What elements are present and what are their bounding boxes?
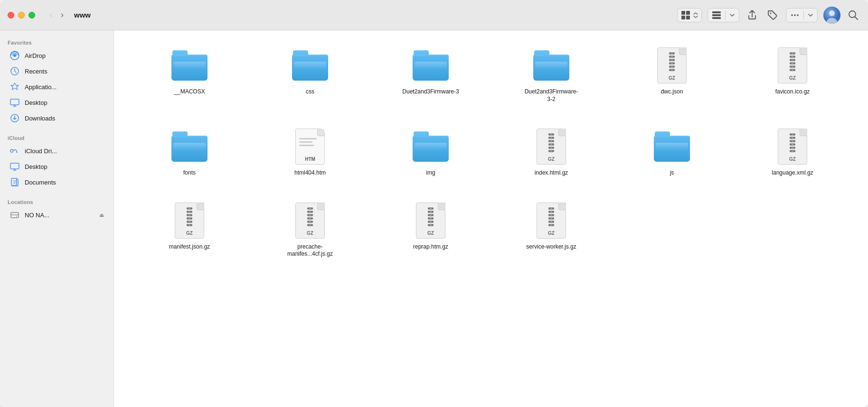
nav-buttons: ‹ › — [47, 8, 66, 22]
window-title: www — [74, 11, 677, 19]
icloud-desktop-icon — [9, 161, 20, 172]
manifest-gz-label: manifest.json.gz — [169, 243, 210, 251]
precache-gz-label: precache-manifes...4cf.js.gz — [282, 243, 339, 258]
file-item-macosx[interactable]: __MACOSX — [129, 42, 250, 108]
avatar-image — [823, 7, 840, 24]
share-icon — [747, 9, 757, 21]
svg-rect-4 — [712, 11, 721, 13]
file-item-css[interactable]: css — [250, 42, 370, 108]
svg-point-24 — [16, 216, 17, 217]
desktop-icon — [9, 97, 20, 108]
file-item-duet3-2[interactable]: Duet2and3Firmware-3-2 — [491, 42, 612, 108]
group-dropdown-part[interactable] — [726, 10, 739, 20]
main-area: Favorites AirDrop — [0, 30, 868, 407]
favicon-gz-icon: GZ — [774, 46, 811, 84]
sidebar-item-icloud-drive[interactable]: iCloud Dri... — [3, 143, 111, 158]
dwc-json-icon: GZ — [653, 46, 691, 84]
css-icon — [291, 46, 329, 84]
group-icon-part[interactable] — [708, 9, 725, 22]
maximize-button[interactable] — [28, 12, 35, 18]
file-item-language-gz[interactable]: GZ language.xml.gz — [732, 123, 853, 182]
downloads-icon — [9, 113, 20, 123]
index-gz-label: index.html.gz — [535, 169, 568, 177]
traffic-lights — [8, 12, 35, 18]
file-item-precache-gz[interactable]: GZ precache-manifes...4cf.js.gz — [250, 197, 370, 263]
macosx-icon — [170, 46, 208, 84]
more-dropdown-part[interactable] — [804, 10, 817, 20]
file-item-dwc-json[interactable]: GZ dwc.json — [612, 42, 732, 108]
close-button[interactable] — [8, 12, 14, 18]
file-item-js[interactable]: js — [612, 123, 732, 182]
html404-icon: HTM — [291, 128, 329, 166]
recents-icon — [9, 66, 20, 76]
airdrop-label: AirDrop — [25, 52, 46, 59]
svg-rect-2 — [681, 16, 685, 19]
avatar[interactable] — [823, 7, 840, 24]
eject-button[interactable]: ⏏ — [99, 212, 104, 218]
sidebar-item-desktop[interactable]: Desktop — [3, 95, 111, 110]
back-button[interactable]: ‹ — [47, 8, 55, 22]
tag-icon — [767, 9, 778, 21]
more-icon-part[interactable] — [786, 9, 803, 22]
toolbar-actions — [677, 7, 860, 24]
airdrop-icon — [9, 50, 20, 61]
view-toggle-grid[interactable] — [677, 8, 702, 22]
sidebar-item-icloud-desktop[interactable]: Desktop — [3, 159, 111, 174]
documents-label: Documents — [25, 179, 56, 186]
more-chevron-icon — [808, 12, 813, 18]
drive-icon — [9, 210, 20, 220]
svg-point-17 — [13, 54, 16, 57]
css-label: css — [306, 88, 314, 96]
icloud-header: iCloud — [0, 131, 113, 143]
more-dots-icon — [790, 10, 800, 20]
svg-point-8 — [791, 14, 793, 16]
icloud-desktop-label: Desktop — [25, 163, 47, 170]
file-item-index-gz[interactable]: GZ index.html.gz — [491, 123, 612, 182]
duet3-2-label: Duet2and3Firmware-3-2 — [523, 88, 580, 103]
share-button[interactable] — [745, 8, 759, 23]
svg-rect-1 — [686, 11, 690, 15]
search-button[interactable] — [846, 8, 860, 22]
group-rows-icon — [712, 10, 721, 20]
svg-rect-6 — [712, 17, 721, 19]
duet3-icon — [412, 46, 450, 84]
macosx-label: __MACOSX — [174, 88, 205, 96]
svg-rect-0 — [681, 11, 685, 15]
img-label: img — [426, 169, 435, 177]
file-item-favicon-gz[interactable]: GZ favicon.ico.gz — [732, 42, 853, 108]
reprap-gz-icon: GZ — [412, 202, 450, 240]
applications-label: Applicatio... — [25, 83, 57, 91]
svg-point-12 — [829, 10, 835, 16]
no-name-label: NO NA... — [25, 212, 49, 219]
svg-rect-19 — [10, 99, 19, 105]
sidebar-item-airdrop[interactable]: AirDrop — [3, 48, 111, 63]
sidebar-item-recents[interactable]: Recents — [3, 64, 111, 79]
sidebar-item-no-name[interactable]: NO NA... ⏏ — [3, 207, 111, 222]
svg-rect-21 — [10, 163, 19, 169]
file-item-service-gz[interactable]: GZ service-worker.js.gz — [491, 197, 612, 263]
forward-button[interactable]: › — [58, 8, 66, 22]
svg-rect-3 — [686, 16, 690, 19]
duet3-label: Duet2and3Firmware-3 — [402, 88, 459, 96]
service-gz-icon: GZ — [532, 202, 570, 240]
file-item-duet3[interactable]: Duet2and3Firmware-3 — [370, 42, 491, 108]
minimize-button[interactable] — [18, 12, 25, 18]
dwc-json-label: dwc.json — [661, 88, 683, 96]
group-button[interactable] — [708, 8, 739, 22]
sidebar-item-downloads[interactable]: Downloads — [3, 111, 111, 126]
language-gz-label: language.xml.gz — [772, 169, 813, 177]
file-item-fonts[interactable]: fonts — [129, 123, 250, 182]
file-item-reprap-gz[interactable]: GZ reprap.htm.gz — [370, 197, 491, 263]
group-chevron-icon — [729, 12, 735, 18]
file-item-html404[interactable]: HTM html404.htm — [250, 123, 370, 182]
favicon-gz-label: favicon.ico.gz — [775, 88, 810, 96]
sidebar-item-documents[interactable]: Documents — [3, 175, 111, 190]
sidebar-item-applications[interactable]: Applicatio... — [3, 79, 111, 94]
tag-button[interactable] — [765, 8, 780, 23]
documents-icon — [9, 177, 20, 187]
file-item-img[interactable]: img — [370, 123, 491, 182]
svg-rect-5 — [712, 14, 721, 16]
file-item-manifest-gz[interactable]: GZ manifest.json.gz — [129, 197, 250, 263]
language-gz-icon: GZ — [774, 128, 811, 166]
more-button[interactable] — [786, 8, 818, 22]
